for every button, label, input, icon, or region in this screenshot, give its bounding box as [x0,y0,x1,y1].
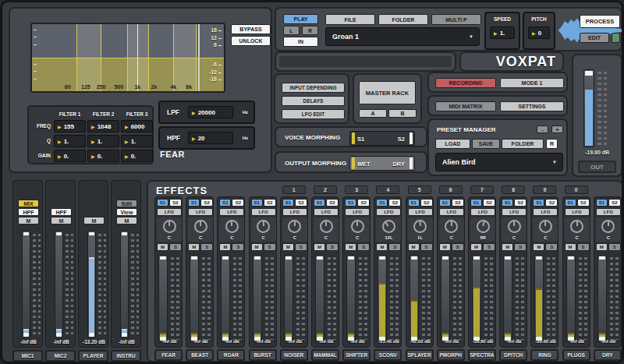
pan-knob[interactable] [382,220,395,233]
pan-knob[interactable] [225,220,239,233]
mode-button[interactable]: MODE 1 [500,78,564,88]
fader-track[interactable] [158,255,168,342]
channel-button-hpf[interactable]: HPF [51,208,72,216]
solo-button[interactable]: S [452,243,464,251]
s1-button[interactable]: S1 [251,199,263,207]
mute-button[interactable]: M [502,243,513,251]
lfo-button[interactable]: LFO [439,208,464,216]
hpf-value-cell[interactable]: ▶ 20 [188,132,233,144]
solo-button[interactable]: S [169,243,182,251]
s2-button[interactable]: S2 [264,199,276,207]
lfo-button[interactable]: LFO [502,208,526,216]
lfo-button[interactable]: LFO [345,208,370,216]
fader-track[interactable] [221,255,230,342]
s2-button[interactable]: S2 [357,199,370,207]
s1-button[interactable]: S1 [314,199,325,207]
mute-button[interactable]: M [376,243,388,251]
fx-name-beast[interactable]: BEAST [186,349,214,361]
lfo-edit-button[interactable]: LFO EDIT [282,109,345,119]
lfo-button[interactable]: LFO [376,208,401,216]
channel-name-mic2[interactable]: MIC2 [45,350,76,362]
channel-name-instru[interactable]: INSTRU [111,350,141,362]
fader-track[interactable] [120,231,129,338]
fx-name-dry[interactable]: DRY [594,349,622,361]
fx-name-plugs[interactable]: PLUGS [562,349,590,361]
fader-track[interactable] [253,255,262,342]
channel-button-view[interactable]: View [116,208,137,216]
channel-button-m[interactable]: M [18,217,39,224]
filter-value-cell[interactable]: ▶1. [121,135,153,147]
sample-select[interactable]: Groan 1 ▼ [325,27,480,46]
filter-value-cell[interactable]: ▶0. [54,150,86,162]
out-fader-handle[interactable] [585,71,593,76]
folder-button[interactable]: FOLDER [378,14,428,25]
delays-button[interactable]: DELAYS [282,96,345,106]
lfo-button[interactable]: LFO [251,208,276,216]
fader-track[interactable] [410,255,419,342]
pan-knob[interactable] [601,220,615,233]
fader-track[interactable] [284,255,293,342]
s2-button[interactable]: S2 [452,199,464,207]
solo-button[interactable]: S [357,243,370,251]
input-button[interactable]: IN [283,37,318,47]
solo-button[interactable]: S [514,243,526,251]
fader-track[interactable] [378,255,387,342]
lfo-button[interactable]: LFO [533,208,558,216]
mute-button[interactable]: M [470,243,482,251]
fader-track[interactable] [597,255,607,342]
preset-select[interactable]: Alien Bird ▼ [435,153,563,171]
filter-value-cell[interactable]: ▶0. [87,150,119,162]
pan-knob[interactable] [477,220,490,233]
play-button[interactable]: PLAY [283,14,318,24]
s1-button[interactable]: S1 [219,199,231,207]
fx-name-spectra[interactable]: SPECTRA [468,349,496,361]
fader-handle[interactable] [89,333,94,337]
s2-button[interactable]: S2 [169,199,182,207]
lfo-button[interactable]: LFO [470,208,495,216]
pan-knob[interactable] [194,220,207,233]
s2-button[interactable]: S2 [514,199,526,207]
fx-name-sconv[interactable]: SCONV [374,349,402,361]
solo-button[interactable]: S [200,243,213,251]
pan-knob[interactable] [257,220,270,233]
filter-value-cell[interactable]: ▶1048 [87,120,119,133]
fader-track[interactable] [190,255,199,342]
mute-button[interactable]: M [596,243,608,251]
lfo-button[interactable]: LFO [596,208,621,216]
out-button[interactable]: OUT [578,161,616,173]
eq-band-bar[interactable] [173,24,197,91]
rack-a-button[interactable]: A [359,109,387,118]
solo-button[interactable]: S [388,243,401,251]
lpf-value-cell[interactable]: ▶ 20000 [188,106,233,118]
pan-knob[interactable] [570,220,583,233]
fader-track[interactable] [534,255,544,342]
pitch-value-cell[interactable]: ▶ 0 [528,27,550,39]
pan-knob[interactable] [508,220,521,233]
filter-value-cell[interactable]: ▶155 [54,120,86,133]
s2-button[interactable]: S2 [295,199,307,207]
pan-knob[interactable] [288,220,301,233]
fader-track[interactable] [22,231,30,338]
midi-matrix-button[interactable]: MIDI MATRIX [435,101,496,111]
s2-button[interactable]: S2 [388,199,401,207]
channel-button-mix[interactable]: MIX [18,200,39,207]
channel-name-player[interactable]: PLAYER [78,350,108,362]
solo-button[interactable]: S [483,243,495,251]
fx-name-fear[interactable]: FEAR [154,349,183,361]
s1-button[interactable]: S1 [502,199,513,207]
rack-b-button[interactable]: B [388,109,417,118]
fx-name-dpitch[interactable]: DPITCH [499,349,527,361]
lfo-button[interactable]: LFO [408,208,433,216]
lfo-button[interactable]: LFO [314,208,339,216]
s1-button[interactable]: S1 [157,199,168,207]
fader-handle[interactable] [122,333,127,337]
fader-track[interactable] [441,255,450,342]
s1-button[interactable]: S1 [408,199,420,207]
s1-button[interactable]: S1 [565,199,576,207]
solo-button[interactable]: S [420,243,433,251]
fader-handle[interactable] [23,333,29,337]
slider-handle[interactable] [352,133,355,144]
fx-name-pmorph[interactable]: PMORPH [437,349,465,361]
filter-value-cell[interactable]: ▶6000 [121,120,153,133]
left-channel-button[interactable]: L [283,26,300,35]
